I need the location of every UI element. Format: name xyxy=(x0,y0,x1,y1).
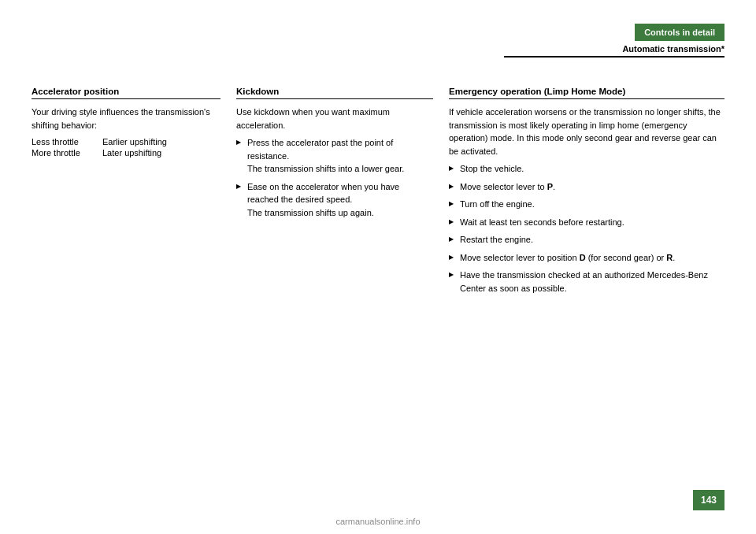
list-item: Press the accelerator past the point of … xyxy=(236,136,433,176)
emergency-bullet-1: Stop the vehicle. xyxy=(460,164,524,173)
emergency-bullet-7: Have the transmission checked at an auth… xyxy=(460,270,708,293)
kickdown-bullet-list: Press the accelerator past the point of … xyxy=(236,136,433,219)
watermark: carmanualsonline.info xyxy=(335,517,420,526)
emergency-bullet-5: Restart the engine. xyxy=(460,235,533,244)
emergency-bullet-6: Move selector lever to position D (for s… xyxy=(460,253,675,262)
kickdown-section-heading: Kickdown xyxy=(236,87,433,99)
table-row: More throttle Later upshifting xyxy=(32,147,220,158)
emergency-section-heading: Emergency operation (Limp Home Mode) xyxy=(449,87,724,99)
emergency-bullet-2: Move selector lever to P. xyxy=(460,182,555,191)
list-item: Restart the engine. xyxy=(449,233,724,247)
emergency-bullet-3: Turn off the engine. xyxy=(460,199,535,209)
kickdown-intro: Use kickdown when you want maximum accel… xyxy=(236,106,433,132)
emergency-bullet-list: Stop the vehicle. Move selector lever to… xyxy=(449,162,724,295)
page-number: 143 xyxy=(693,490,724,510)
accel-section-heading: Accelerator position xyxy=(32,87,220,99)
emergency-intro: If vehicle acceleration worsens or the t… xyxy=(449,106,724,158)
list-item: Move selector lever to P. xyxy=(449,180,724,194)
list-item: Have the transmission checked at an auth… xyxy=(449,269,724,295)
throttle-table: Less throttle Earlier upshifting More th… xyxy=(32,136,220,158)
list-item: Wait at least ten seconds before restart… xyxy=(449,216,724,229)
bullet-subtext-1: The transmission shifts into a lower gea… xyxy=(247,164,404,173)
bullet-text-1: Press the accelerator past the point of … xyxy=(247,138,393,161)
list-item: Move selector lever to position D (for s… xyxy=(449,251,724,265)
emergency-bullet-4: Wait at least ten seconds before restart… xyxy=(460,217,624,227)
page-container: Controls in detail Automatic transmissio… xyxy=(0,0,756,534)
throttle-col2: Earlier upshifting xyxy=(102,136,220,147)
content-area: Accelerator position Your driving style … xyxy=(32,87,724,487)
col-right: Emergency operation (Limp Home Mode) If … xyxy=(449,87,724,487)
col-left: Accelerator position Your driving style … xyxy=(32,87,236,487)
throttle-col4: Later upshifting xyxy=(102,147,220,158)
list-item: Turn off the engine. xyxy=(449,198,724,211)
list-item: Stop the vehicle. xyxy=(449,162,724,176)
throttle-col1: Less throttle xyxy=(32,136,102,147)
list-item: Ease on the accelerator when you have re… xyxy=(236,180,433,220)
header-tab: Controls in detail xyxy=(635,24,724,41)
table-row: Less throttle Earlier upshifting xyxy=(32,136,220,147)
accel-body-text: Your driving style influences the transm… xyxy=(32,106,220,132)
bullet-subtext-2: The transmission shifts up again. xyxy=(247,208,374,217)
col-middle: Kickdown Use kickdown when you want maxi… xyxy=(236,87,449,487)
throttle-col3: More throttle xyxy=(32,147,102,158)
bullet-text-2: Ease on the accelerator when you have re… xyxy=(247,182,399,205)
header-area: Controls in detail Automatic transmissio… xyxy=(504,24,724,57)
header-subtitle: Automatic transmission* xyxy=(504,44,724,57)
